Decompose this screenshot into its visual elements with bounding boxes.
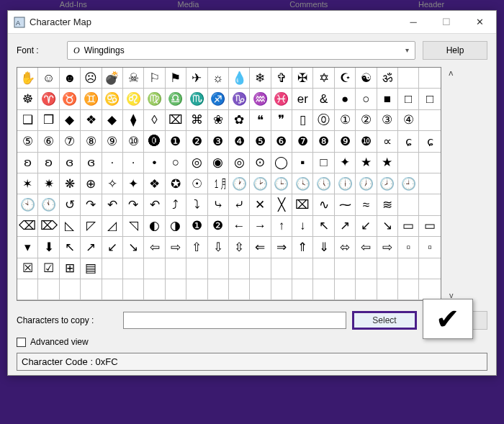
character-cell[interactable]: ❷ bbox=[208, 216, 229, 237]
character-cell[interactable]: ◯ bbox=[271, 153, 292, 173]
character-cell[interactable]: ▫ bbox=[419, 237, 440, 258]
select-button[interactable]: Select bbox=[352, 311, 417, 330]
character-cell[interactable] bbox=[229, 258, 250, 279]
character-cell[interactable] bbox=[102, 279, 123, 300]
character-cell[interactable]: ■ bbox=[377, 89, 398, 109]
character-cell[interactable]: ⤷ bbox=[208, 194, 229, 215]
character-cell[interactable]: ⌧ bbox=[166, 110, 186, 131]
character-cell[interactable]: ▤ bbox=[81, 258, 102, 279]
character-cell[interactable]: ♊ bbox=[81, 89, 102, 109]
character-cell[interactable]: □ bbox=[313, 153, 334, 173]
character-cell[interactable]: ✿ bbox=[229, 110, 250, 131]
character-cell[interactable]: ◎ bbox=[186, 153, 207, 173]
character-cell[interactable]: ⊙ bbox=[250, 153, 271, 173]
character-cell[interactable] bbox=[166, 279, 186, 300]
character-cell[interactable]: ⌫ bbox=[17, 216, 38, 237]
character-cell[interactable] bbox=[102, 258, 123, 279]
character-cell[interactable]: ◎ bbox=[229, 153, 250, 173]
character-cell[interactable] bbox=[292, 279, 313, 300]
character-cell[interactable]: ↗ bbox=[81, 237, 102, 258]
character-cell[interactable] bbox=[271, 279, 292, 300]
character-cell[interactable]: ❑ bbox=[17, 110, 38, 131]
character-cell[interactable]: → bbox=[250, 216, 271, 237]
character-cell[interactable]: ♈ bbox=[38, 89, 59, 109]
character-cell[interactable]: ◺ bbox=[60, 216, 81, 237]
character-cell[interactable]: ☸ bbox=[17, 89, 38, 109]
character-cell[interactable]: • bbox=[144, 153, 165, 173]
character-cell[interactable]: ㋀ bbox=[208, 173, 229, 194]
character-cell[interactable]: ♌ bbox=[123, 89, 144, 109]
character-cell[interactable] bbox=[419, 153, 440, 173]
character-cell[interactable]: ⬄ bbox=[335, 237, 356, 258]
character-cell[interactable]: ≈ bbox=[356, 194, 377, 215]
character-cell[interactable]: ♏ bbox=[186, 89, 207, 109]
font-dropdown[interactable]: O Wingdings ▾ bbox=[67, 41, 415, 60]
character-cell[interactable]: ❶ bbox=[186, 216, 207, 237]
character-cell[interactable]: ⑦ bbox=[60, 131, 81, 152]
character-cell[interactable]: 🕓 bbox=[292, 173, 313, 194]
character-cell[interactable]: ♑ bbox=[229, 89, 250, 109]
character-cell[interactable]: ⚐ bbox=[144, 68, 165, 89]
character-cell[interactable]: ▾ bbox=[17, 237, 38, 258]
character-cell[interactable]: ◆ bbox=[102, 110, 123, 131]
character-cell[interactable]: ⑩ bbox=[123, 131, 144, 152]
minimize-button[interactable]: ─ bbox=[397, 11, 430, 34]
character-cell[interactable] bbox=[208, 258, 229, 279]
character-cell[interactable] bbox=[398, 258, 419, 279]
character-cell[interactable] bbox=[419, 68, 440, 89]
character-cell[interactable]: ③ bbox=[377, 110, 398, 131]
character-cell[interactable]: ∙ bbox=[102, 153, 123, 173]
character-cell[interactable]: ɞ bbox=[81, 153, 102, 173]
character-cell[interactable]: ↘ bbox=[377, 216, 398, 237]
character-cell[interactable]: ❿ bbox=[356, 131, 377, 152]
character-cell[interactable]: ↓ bbox=[292, 216, 313, 237]
character-cell[interactable] bbox=[335, 258, 356, 279]
character-cell[interactable]: ↶ bbox=[144, 194, 165, 215]
character-cell[interactable] bbox=[356, 279, 377, 300]
character-cell[interactable]: ☺ bbox=[38, 68, 59, 89]
character-cell[interactable]: ❄ bbox=[250, 68, 271, 89]
character-cell[interactable]: ♎ bbox=[166, 89, 186, 109]
character-cell[interactable]: ❻ bbox=[271, 131, 292, 152]
character-cell[interactable]: ① bbox=[335, 110, 356, 131]
character-cell[interactable]: 🕖 bbox=[356, 173, 377, 194]
character-cell[interactable]: ❽ bbox=[313, 131, 334, 152]
character-cell[interactable]: ∿ bbox=[313, 194, 334, 215]
characters-to-copy-input[interactable] bbox=[123, 312, 346, 329]
character-cell[interactable] bbox=[123, 279, 144, 300]
character-cell[interactable]: ✞ bbox=[271, 68, 292, 89]
character-cell[interactable]: ⌧ bbox=[292, 194, 313, 215]
character-cell[interactable] bbox=[123, 258, 144, 279]
character-cell[interactable]: ② bbox=[356, 110, 377, 131]
character-cell[interactable] bbox=[335, 279, 356, 300]
character-cell[interactable]: 🕕 bbox=[335, 173, 356, 194]
character-cell[interactable]: ♓ bbox=[271, 89, 292, 109]
character-cell[interactable] bbox=[60, 279, 81, 300]
character-cell[interactable]: ⌦ bbox=[38, 216, 59, 237]
character-cell[interactable] bbox=[144, 279, 165, 300]
character-cell[interactable]: ❾ bbox=[335, 131, 356, 152]
character-cell[interactable] bbox=[377, 279, 398, 300]
character-cell[interactable]: ✠ bbox=[292, 68, 313, 89]
character-cell[interactable]: ◹ bbox=[123, 216, 144, 237]
character-cell[interactable]: ✡ bbox=[313, 68, 334, 89]
character-cell[interactable]: ↙ bbox=[356, 216, 377, 237]
maximize-button[interactable]: ☐ bbox=[430, 11, 463, 34]
character-cell[interactable]: ◑ bbox=[166, 216, 186, 237]
character-cell[interactable]: ◸ bbox=[81, 216, 102, 237]
character-cell[interactable]: ⚑ bbox=[166, 68, 186, 89]
character-cell[interactable]: ⇨ bbox=[377, 237, 398, 258]
character-cell[interactable]: ❖ bbox=[144, 173, 165, 194]
character-cell[interactable] bbox=[81, 279, 102, 300]
character-cell[interactable]: 💧 bbox=[229, 68, 250, 89]
character-cell[interactable]: ↶ bbox=[102, 194, 123, 215]
character-cell[interactable]: ⁓ bbox=[335, 194, 356, 215]
character-cell[interactable]: 🕙 bbox=[17, 194, 38, 215]
character-cell[interactable]: □ bbox=[398, 89, 419, 109]
character-cell[interactable]: ❼ bbox=[292, 131, 313, 152]
character-cell[interactable]: ◉ bbox=[208, 153, 229, 173]
character-cell[interactable]: ✦ bbox=[335, 153, 356, 173]
character-cell[interactable] bbox=[250, 279, 271, 300]
character-cell[interactable]: ❞ bbox=[271, 110, 292, 131]
character-cell[interactable]: 🕚 bbox=[38, 194, 59, 215]
